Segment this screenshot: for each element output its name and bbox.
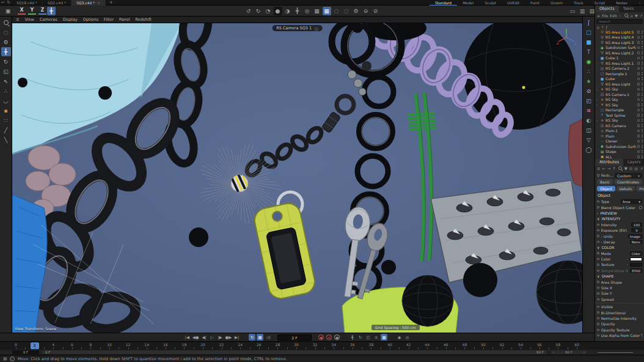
tab-objects[interactable]: Objects	[595, 6, 619, 12]
visibility-dots[interactable]	[642, 119, 643, 122]
history-icon[interactable]: ◎	[634, 166, 638, 171]
tab-attributes[interactable]: Attributes	[595, 159, 623, 166]
expand-icon[interactable]: ›	[596, 87, 599, 91]
attr-tab-basic[interactable]: Basic	[597, 179, 613, 185]
snap-toggle-icon[interactable]: ▩	[323, 7, 331, 15]
document-tab[interactable]: SQ2.c4d *	[43, 0, 71, 6]
mode-dropdown[interactable]: Custom ▾	[615, 173, 642, 178]
current-frame-field[interactable]: 0 F	[12, 350, 39, 354]
object-row[interactable]: ■Cube	[595, 76, 644, 82]
attribute-value-button[interactable]: Color	[630, 251, 642, 256]
attribute-group-header[interactable]: ∨SHAPE	[595, 273, 644, 279]
keyframe-dot[interactable]	[597, 323, 599, 325]
layout-tab-groom[interactable]: Groom	[545, 0, 568, 6]
render-sphere-icon[interactable]: ◯	[584, 145, 594, 154]
point-mode-icon[interactable]: ∴	[1, 86, 11, 95]
visibility-dots[interactable]	[642, 124, 643, 127]
menu-icon[interactable]: ≡	[597, 166, 600, 171]
visibility-dots[interactable]	[642, 62, 643, 65]
keyframe-dot[interactable]	[597, 329, 599, 331]
visibility-dots[interactable]	[642, 129, 643, 132]
visibility-dots[interactable]	[642, 87, 643, 90]
close-tab-icon[interactable]: ×	[97, 1, 100, 5]
go-start-button[interactable]: |◀	[184, 334, 191, 341]
enable-toggle[interactable]	[637, 109, 640, 112]
knife-icon[interactable]: ╱	[1, 125, 11, 135]
viewport-menu-redshift[interactable]: Redshift	[136, 17, 152, 22]
viewport-menu-display[interactable]: Display	[63, 17, 78, 22]
record-position-icon[interactable]: ╋	[349, 334, 356, 341]
enable-toggle[interactable]	[637, 67, 640, 70]
visibility-dots[interactable]	[642, 67, 643, 70]
expand-icon[interactable]: ›	[596, 119, 599, 122]
undo-icon[interactable]: ↺	[244, 7, 253, 15]
layout-tab-paint[interactable]: Paint	[525, 0, 545, 6]
pen-icon[interactable]: ╲	[1, 135, 11, 144]
redo-icon[interactable]: ↻	[254, 7, 263, 15]
enable-toggle[interactable]	[637, 83, 640, 86]
loop-toggle[interactable]: ↻	[249, 334, 255, 341]
keyframe-dot[interactable]	[597, 224, 599, 226]
viewport-menu-filter[interactable]: Filter	[104, 17, 114, 22]
keyframe-dot[interactable]	[597, 241, 599, 243]
attribute-group-header[interactable]: ∨INTENSITY	[595, 216, 644, 221]
modeling-settings-icon[interactable]: ◌	[342, 7, 351, 15]
record-scale-icon[interactable]: ◱	[365, 334, 371, 341]
add-tab-button[interactable]: +	[109, 0, 113, 5]
preview-range-track[interactable]: 0 F 60 F	[43, 350, 546, 354]
scale-tool-icon[interactable]: ◱	[1, 67, 11, 76]
lock-icon[interactable]: ⊙	[629, 166, 632, 171]
visibility-dots[interactable]	[642, 139, 643, 142]
next-frame-button[interactable]: |▶	[217, 334, 224, 341]
frame-snap-toggle[interactable]: ▦	[257, 334, 263, 341]
keyframe-dot[interactable]	[597, 292, 599, 295]
home-icon[interactable]: ⌂	[597, 25, 599, 29]
spline-primitive-icon[interactable]: □	[584, 28, 594, 37]
keyframe-dot[interactable]	[597, 311, 599, 314]
enable-toggle[interactable]	[637, 114, 640, 117]
object-row[interactable]: TText Spline	[595, 113, 644, 118]
filter-icon[interactable]: ▼	[635, 13, 638, 18]
visibility-dots[interactable]	[642, 135, 643, 138]
keyframe-dot[interactable]	[597, 306, 599, 308]
object-row[interactable]: ■Cube.1	[595, 56, 644, 61]
spinner-increment-icon[interactable]: ›	[584, 350, 585, 354]
object-row[interactable]: ▽RS Area Light.2	[595, 50, 644, 56]
attribute-dropdown[interactable]: Area▾	[621, 199, 642, 204]
expand-icon[interactable]: ›	[596, 103, 599, 106]
record-keyframe-button[interactable]: ●	[318, 334, 324, 341]
enable-toggle[interactable]	[637, 150, 640, 153]
object-row[interactable]: ▽RS Area Light.4	[595, 35, 644, 40]
attribute-value-button[interactable]: Image	[628, 234, 642, 238]
subdivision-surface-icon[interactable]: ◉	[584, 57, 594, 66]
viewport-menu-panel[interactable]: Panel	[119, 17, 130, 22]
axis-toggle-z[interactable]: Z	[38, 7, 46, 15]
visibility-dots[interactable]	[642, 155, 643, 158]
keyframe-dot[interactable]	[597, 317, 599, 320]
selection-cursor-icon[interactable]: ⇖	[1, 76, 11, 86]
document-tab[interactable]: SQ18.c4d *	[12, 0, 43, 6]
objects-menu-edit[interactable]: Edit	[610, 13, 617, 18]
keyframe-dot[interactable]	[597, 264, 599, 266]
enable-toggle[interactable]	[637, 124, 640, 127]
record-parameter-icon[interactable]: ≡	[373, 334, 379, 341]
autokey-button[interactable]: A	[326, 334, 332, 341]
keyframe-dot[interactable]	[597, 298, 599, 301]
enable-toggle[interactable]	[637, 78, 640, 81]
visibility-dots[interactable]	[642, 83, 643, 86]
object-row[interactable]: ▽RS Area Light.3	[595, 40, 644, 45]
object-row[interactable]: ›☀RS Sky	[595, 87, 644, 92]
enable-toggle[interactable]	[637, 46, 640, 50]
document-tab[interactable]: SQ3.c4d *×	[71, 0, 106, 6]
popout-icon[interactable]: ↗	[640, 13, 643, 18]
render-active-icon[interactable]: ●	[274, 7, 282, 15]
record-rotation-icon[interactable]: ↻	[357, 334, 364, 341]
axis-toggle-y[interactable]: Y	[28, 7, 36, 15]
attribute-group-header[interactable]: ›PREVIEW	[595, 210, 644, 216]
expand-icon[interactable]: ›	[627, 262, 628, 267]
attribute-group-header[interactable]: ∨COLOR	[595, 245, 644, 250]
objects-menu-file[interactable]: File	[602, 13, 608, 18]
enable-toggle[interactable]	[637, 88, 640, 91]
dope-sheet-button[interactable]: ◎	[404, 334, 411, 341]
object-row[interactable]: ▽RS Area Light.5	[595, 29, 644, 35]
